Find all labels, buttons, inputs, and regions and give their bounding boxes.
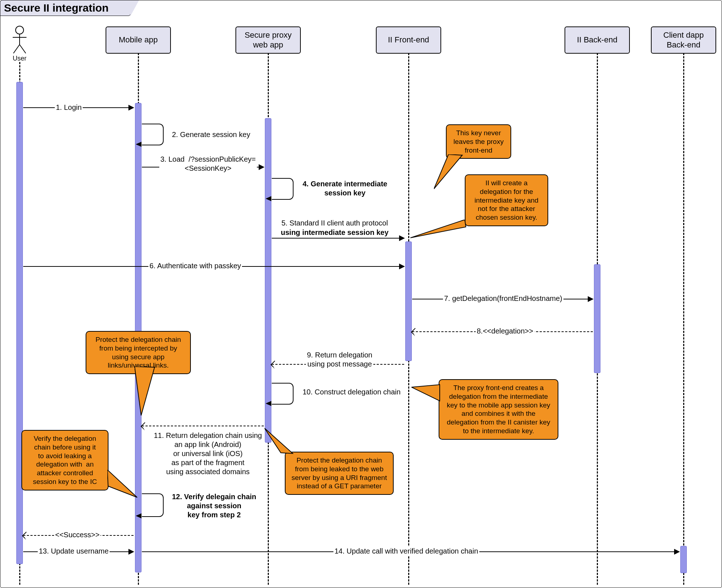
svg-marker-10 <box>107 470 137 497</box>
msg-4-arrow <box>266 196 271 201</box>
svg-marker-9 <box>264 428 293 454</box>
participant-ii-backend-label: II Back-end <box>577 35 617 45</box>
note-n2-text: II will create a delegation for the inte… <box>475 179 538 221</box>
svg-marker-6 <box>410 220 466 238</box>
note-n2-tail <box>410 220 467 240</box>
note-n1-text: This key never leaves the proxy front-en… <box>454 129 504 154</box>
msg-2-self <box>142 124 164 145</box>
svg-line-4 <box>20 45 26 53</box>
note-verify-chain: Verify the delegation chain before using… <box>21 430 108 490</box>
msg-11 <box>142 426 264 426</box>
activation-proxy <box>265 118 271 443</box>
activation-dapp <box>680 546 687 573</box>
svg-marker-7 <box>135 367 155 415</box>
actor-user: User <box>11 26 29 62</box>
actor-user-label: User <box>11 55 29 62</box>
diagram-frame: Secure II integration User Mobile app Se… <box>0 0 722 588</box>
participant-proxy-label: Secure proxy web app <box>245 30 292 50</box>
msg-10-label: 10. Construct delegation chain <box>301 388 402 397</box>
msg-5-label: 5. Standard II client auth protocol usin… <box>280 218 390 237</box>
svg-point-0 <box>16 26 24 34</box>
note-n6-tail <box>107 470 138 499</box>
msg-2-arrow <box>136 142 141 147</box>
lifeline-dapp <box>683 53 684 585</box>
note-n6-text: Verify the delegation chain before using… <box>33 435 97 485</box>
participant-mobile-app: Mobile app <box>106 26 171 54</box>
msg-4-self <box>272 178 294 200</box>
svg-marker-8 <box>411 385 440 401</box>
participant-ii-backend: II Back-end <box>565 26 630 54</box>
svg-line-3 <box>13 45 20 53</box>
participant-client-dapp: Client dapp Back-end <box>651 26 716 54</box>
participant-proxy: Secure proxy web app <box>235 26 301 54</box>
msg-5a: 5. Standard II client auth protocol <box>282 219 388 227</box>
participant-ii-frontend-label: II Front-end <box>388 35 429 45</box>
note-key-never-leaves: This key never leaves the proxy front-en… <box>446 124 511 159</box>
msg-12-self <box>142 493 164 517</box>
note-n5-text: Protect the delegation chain from being … <box>95 336 181 369</box>
note-n4-text: Protect the delegation chain from being … <box>292 456 387 490</box>
msg-3-label: 3. Load /?sessionPublicKey= <SessionKey> <box>159 155 257 173</box>
msg-7-label: 7. getDelegation(frontEndHostname) <box>443 294 563 303</box>
msg-10-self <box>272 383 294 405</box>
note-uri-fragment: Protect the delegation chain from being … <box>285 452 394 495</box>
msg-11-label: 11. Return delegation chain using an app… <box>153 431 263 476</box>
msg-9-label: 9. Return delegation using post message <box>306 351 373 369</box>
msg-6-label: 6. Authenticate with passkey <box>148 261 242 270</box>
note-n5-tail <box>135 367 160 417</box>
note-n3-text: The proxy front-end creates a delegation… <box>447 384 550 435</box>
msg-14-label: 14. Update call with verified delegation… <box>333 547 479 556</box>
note-ii-delegation: II will create a delegation for the inte… <box>465 174 548 226</box>
msg-2-label: 2. Generate session key <box>171 130 251 139</box>
user-icon <box>11 26 29 54</box>
participant-client-dapp-label: Client dapp Back-end <box>663 30 703 50</box>
msg-10-arrow <box>266 401 271 406</box>
msg-1-login-label: 1. Login <box>55 103 83 112</box>
note-n3-tail <box>411 383 440 406</box>
activation-ii-fe <box>405 241 412 361</box>
diagram-title: Secure II integration <box>0 0 131 16</box>
note-proxy-creates: The proxy front-end creates a delegation… <box>439 379 558 440</box>
activation-user <box>16 82 23 564</box>
msg-12-label: 12. Verify delegain chain against sessio… <box>171 492 257 519</box>
msg-12-arrow <box>136 513 141 518</box>
participant-mobile-app-label: Mobile app <box>119 35 158 45</box>
msg-5b: using intermediate session key <box>281 228 389 236</box>
msg-8-label: 8.<<delegation>> <box>476 327 534 336</box>
activation-ii-be <box>594 264 600 373</box>
svg-marker-5 <box>434 154 462 189</box>
note-n1-tail <box>434 154 463 191</box>
msg-4-label: 4. Generate intermediate session key <box>301 179 388 198</box>
msg-success-label: <<Success>> <box>54 530 100 539</box>
msg-13-label: 13. Update username <box>38 547 110 556</box>
msg-5 <box>272 238 404 239</box>
note-n4-tail <box>264 428 294 459</box>
participant-ii-frontend: II Front-end <box>376 26 441 54</box>
